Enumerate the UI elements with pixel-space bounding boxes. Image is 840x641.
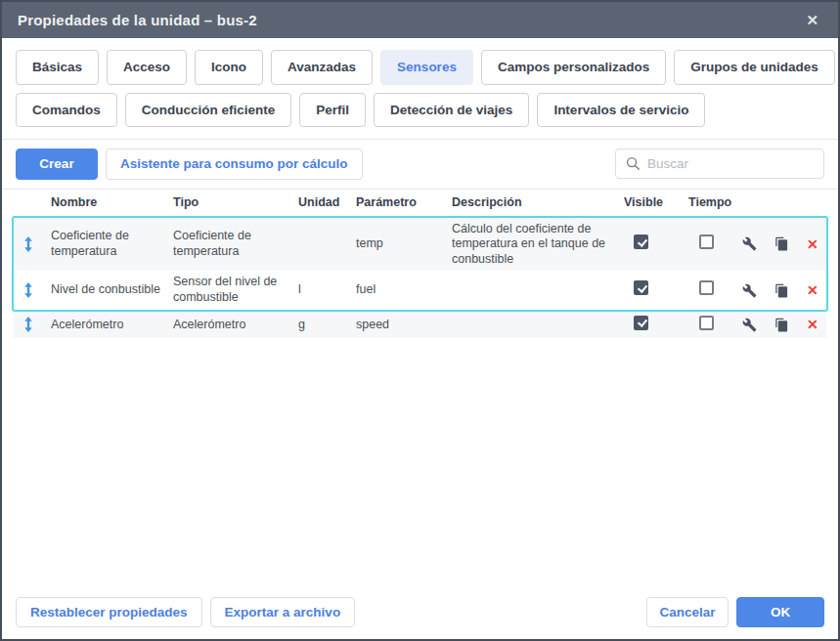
selected-rows-group: Coeficiente de temperatura Coeficiente d… [12,216,828,312]
sensor-unit [298,240,356,248]
time-checkbox[interactable] [699,235,714,249]
tabs-area: Básicas Acceso Icono Avanzadas Sensores … [2,38,838,140]
tab-icono[interactable]: Icono [195,50,263,85]
sensor-type: Acelerómetro [173,314,298,337]
sensor-param: speed [356,314,452,337]
dialog-title: Propiedades de la unidad – bus-2 [18,12,257,28]
row-actions: ✕ [742,233,828,255]
sensor-param: fuel [356,278,452,302]
tab-conduccion-eficiente[interactable]: Conducción eficiente [125,93,292,128]
delete-icon[interactable]: ✕ [807,283,818,297]
time-cell [688,277,742,304]
col-time: Tiempo [688,195,742,209]
tab-campos-personalizados[interactable]: Campos personalizados [481,50,666,85]
time-checkbox[interactable] [699,280,714,295]
drag-handle[interactable] [14,313,51,336]
visible-cell [624,231,688,258]
search-icon [626,156,641,171]
copy-icon[interactable] [774,318,789,332]
search-input[interactable] [647,156,814,171]
time-cell [688,312,742,339]
col-param: Parámetro [356,195,452,209]
search-box[interactable] [615,149,824,179]
sensors-table: Nombre Tipo Unidad Parámetro Descripción… [2,190,838,587]
col-type: Tipo [173,195,298,209]
copy-icon[interactable] [774,236,789,251]
copy-icon[interactable] [774,283,789,298]
sensor-name: Nivel de conbustible [51,278,173,302]
sensor-description: Cálculo del coeficiente de temperatura e… [452,218,624,272]
tab-basicas[interactable]: Básicas [16,50,99,85]
row-actions: ✕ [742,314,831,336]
ok-button[interactable]: OK [736,597,824,628]
sensor-unit: l [298,278,356,302]
delete-icon[interactable]: ✕ [807,237,818,251]
visible-cell [624,312,688,339]
sensor-type: Coeficiente de temperatura [173,225,298,263]
table-header-row: Nombre Tipo Unidad Parámetro Descripción… [14,190,826,216]
col-name: Nombre [51,195,173,209]
row-actions: ✕ [742,279,828,302]
delete-icon[interactable]: ✕ [807,318,818,331]
tab-acceso[interactable]: Acceso [107,50,187,85]
dialog-titlebar: Propiedades de la unidad – bus-2 ✕ [2,2,838,38]
visible-cell [624,277,688,304]
table-row[interactable]: Nivel de conbustible Sensor del nivel de… [14,271,826,309]
sensor-name: Acelerómetro [51,314,173,337]
reset-properties-button[interactable]: Restablecer propiedades [16,597,202,628]
sensor-description [452,286,624,294]
fuel-wizard-button[interactable]: Asistente para consumo por cálculo [106,149,363,180]
edit-wrench-icon[interactable] [742,318,757,332]
tab-grupos-de-unidades[interactable]: Grupos de unidades [674,50,835,85]
drag-arrows-icon [23,236,33,252]
sensor-type: Sensor del nivel de combustible [173,271,298,309]
dialog-footer: Restablecer propiedades Exportar a archi… [2,587,838,640]
col-description: Descripción [452,195,624,209]
table-row[interactable]: Acelerómetro Acelerómetro g speed ✕ [14,312,826,339]
visible-checkbox[interactable] [634,235,648,249]
tab-row-1: Básicas Acceso Icono Avanzadas Sensores … [16,50,824,85]
tab-deteccion-de-viajes[interactable]: Detección de viajes [374,93,529,128]
visible-checkbox[interactable] [634,280,648,295]
sensor-param: temp [356,233,452,256]
sensor-unit: g [298,314,356,337]
edit-wrench-icon[interactable] [742,236,757,251]
col-unit: Unidad [298,195,356,209]
tab-avanzadas[interactable]: Avanzadas [271,50,373,85]
time-checkbox[interactable] [699,316,714,330]
time-cell [688,231,742,258]
cancel-button[interactable]: Cancelar [646,597,729,628]
table-row[interactable]: Coeficiente de temperatura Coeficiente d… [14,218,826,272]
tab-sensores[interactable]: Sensores [380,50,473,85]
create-button[interactable]: Crear [16,149,98,180]
tab-intervalos-de-servicio[interactable]: Intervalos de servicio [537,93,705,128]
sensors-toolbar: Crear Asistente para consumo por cálculo [2,140,838,190]
sensor-name: Coeficiente de temperatura [51,225,173,263]
drag-handle[interactable] [14,278,51,302]
close-icon[interactable]: ✕ [802,10,822,31]
visible-checkbox[interactable] [634,316,648,330]
tab-comandos[interactable]: Comandos [16,93,117,128]
drag-handle[interactable] [14,233,51,256]
tab-perfil[interactable]: Perfil [299,93,366,128]
drag-arrows-icon [23,282,33,298]
edit-wrench-icon[interactable] [742,283,757,298]
export-to-file-button[interactable]: Exportar a archivo [210,597,356,628]
tab-row-2: Comandos Conducción eficiente Perfil Det… [16,93,824,128]
sensor-description [452,320,624,328]
drag-arrows-icon [23,317,33,332]
col-visible: Visible [624,195,688,209]
